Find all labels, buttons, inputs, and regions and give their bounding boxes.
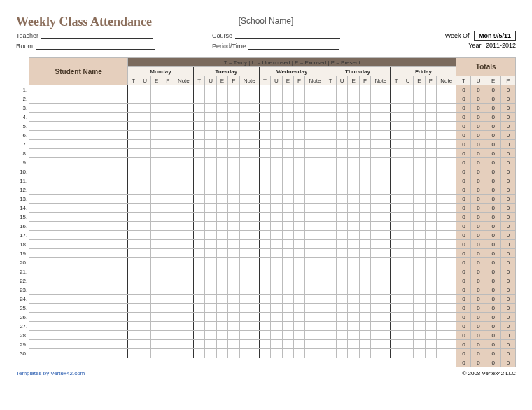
code-cell[interactable] [294, 349, 305, 358]
code-cell[interactable] [271, 131, 282, 140]
code-cell[interactable] [162, 176, 174, 185]
note-cell[interactable] [305, 213, 325, 222]
code-cell[interactable] [205, 231, 216, 240]
code-cell[interactable] [282, 167, 293, 176]
code-cell[interactable] [162, 249, 174, 258]
note-cell[interactable] [174, 231, 193, 240]
code-cell[interactable] [425, 185, 436, 195]
code-cell[interactable] [259, 322, 270, 331]
code-cell[interactable] [325, 331, 336, 340]
code-cell[interactable] [259, 113, 270, 122]
code-cell[interactable] [193, 340, 204, 349]
code-cell[interactable] [282, 276, 293, 285]
code-cell[interactable] [162, 195, 174, 204]
note-cell[interactable] [437, 304, 456, 313]
code-cell[interactable] [359, 276, 370, 285]
code-cell[interactable] [294, 340, 305, 349]
code-cell[interactable] [348, 222, 359, 231]
code-cell[interactable] [271, 231, 282, 240]
code-cell[interactable] [348, 349, 359, 358]
code-cell[interactable] [337, 322, 348, 331]
code-cell[interactable] [359, 340, 370, 349]
note-cell[interactable] [437, 276, 456, 285]
code-cell[interactable] [128, 131, 139, 140]
code-cell[interactable] [414, 122, 425, 131]
code-cell[interactable] [348, 231, 359, 240]
note-cell[interactable] [305, 304, 325, 313]
code-cell[interactable] [414, 104, 425, 113]
code-cell[interactable] [348, 304, 359, 313]
code-cell[interactable] [216, 167, 227, 176]
note-cell[interactable] [239, 176, 259, 185]
code-cell[interactable] [128, 204, 139, 213]
code-cell[interactable] [294, 185, 305, 195]
note-cell[interactable] [305, 85, 325, 94]
code-cell[interactable] [348, 204, 359, 213]
note-cell[interactable] [371, 313, 391, 322]
note-cell[interactable] [174, 113, 193, 122]
course-field[interactable] [235, 31, 340, 39]
note-cell[interactable] [174, 304, 193, 313]
code-cell[interactable] [294, 122, 305, 131]
note-cell[interactable] [174, 240, 193, 249]
code-cell[interactable] [402, 113, 413, 122]
code-cell[interactable] [282, 313, 293, 322]
code-cell[interactable] [294, 204, 305, 213]
code-cell[interactable] [139, 85, 150, 94]
code-cell[interactable] [425, 349, 436, 358]
code-cell[interactable] [282, 104, 293, 113]
code-cell[interactable] [150, 267, 162, 276]
note-cell[interactable] [239, 222, 259, 231]
code-cell[interactable] [294, 140, 305, 149]
code-cell[interactable] [402, 313, 413, 322]
code-cell[interactable] [271, 104, 282, 113]
note-cell[interactable] [371, 185, 391, 195]
code-cell[interactable] [259, 94, 270, 104]
code-cell[interactable] [359, 304, 370, 313]
note-cell[interactable] [174, 213, 193, 222]
code-cell[interactable] [414, 295, 425, 304]
code-cell[interactable] [228, 140, 239, 149]
code-cell[interactable] [139, 222, 150, 231]
student-name-cell[interactable] [29, 131, 128, 140]
code-cell[interactable] [414, 94, 425, 104]
code-cell[interactable] [150, 349, 162, 358]
note-cell[interactable] [371, 122, 391, 131]
note-cell[interactable] [239, 276, 259, 285]
code-cell[interactable] [425, 322, 436, 331]
footer-link[interactable]: Templates by Vertex42.com [16, 370, 85, 376]
code-cell[interactable] [162, 149, 174, 158]
code-cell[interactable] [271, 340, 282, 349]
code-cell[interactable] [282, 185, 293, 195]
code-cell[interactable] [205, 94, 216, 104]
code-cell[interactable] [216, 222, 227, 231]
student-name-cell[interactable] [29, 249, 128, 258]
note-cell[interactable] [305, 267, 325, 276]
code-cell[interactable] [359, 85, 370, 94]
code-cell[interactable] [337, 195, 348, 204]
code-cell[interactable] [294, 85, 305, 94]
code-cell[interactable] [139, 231, 150, 240]
note-cell[interactable] [437, 140, 456, 149]
note-cell[interactable] [305, 295, 325, 304]
code-cell[interactable] [205, 340, 216, 349]
code-cell[interactable] [337, 167, 348, 176]
code-cell[interactable] [216, 349, 227, 358]
code-cell[interactable] [359, 249, 370, 258]
code-cell[interactable] [425, 85, 436, 94]
note-cell[interactable] [437, 104, 456, 113]
note-cell[interactable] [239, 331, 259, 340]
code-cell[interactable] [139, 204, 150, 213]
code-cell[interactable] [359, 195, 370, 204]
code-cell[interactable] [425, 140, 436, 149]
code-cell[interactable] [205, 176, 216, 185]
code-cell[interactable] [337, 340, 348, 349]
code-cell[interactable] [228, 185, 239, 195]
code-cell[interactable] [162, 304, 174, 313]
code-cell[interactable] [205, 240, 216, 249]
student-name-cell[interactable] [29, 304, 128, 313]
code-cell[interactable] [205, 258, 216, 267]
note-cell[interactable] [305, 176, 325, 185]
code-cell[interactable] [259, 131, 270, 140]
code-cell[interactable] [414, 331, 425, 340]
